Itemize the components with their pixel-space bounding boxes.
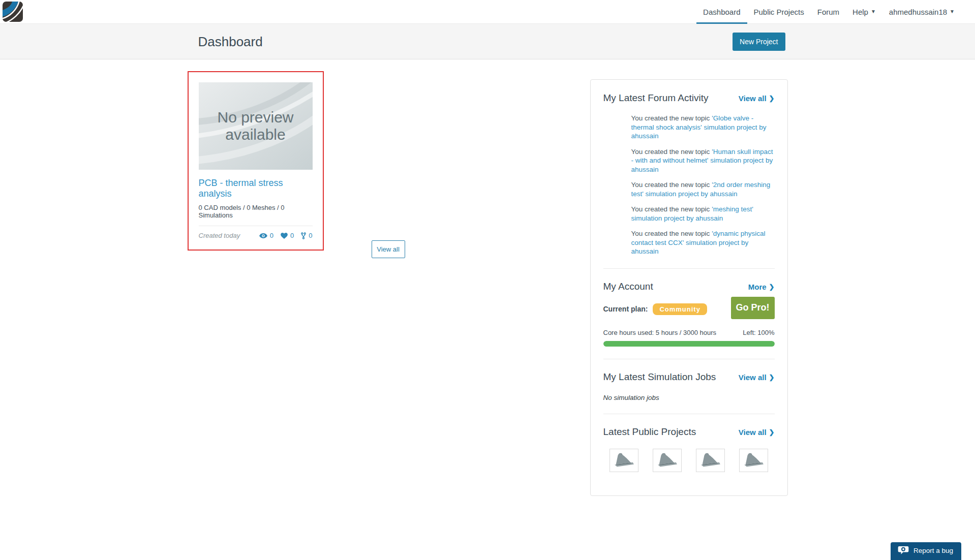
card-divider — [199, 226, 313, 226]
core-hours-progress-track — [603, 341, 775, 347]
no-simulation-jobs-note: No simulation jobs — [603, 394, 775, 401]
likes-heart-icon — [281, 233, 288, 239]
forum-activity-list: You created the new topic 'Globe valve -… — [631, 114, 775, 256]
forum-activity-item: You created the new topic 'Globe valve -… — [631, 114, 775, 141]
caret-down-icon: ▼ — [871, 9, 876, 14]
view-all-projects-button[interactable]: View all — [372, 240, 405, 258]
created-date: Created today — [199, 232, 240, 239]
views-eye-icon — [259, 233, 267, 238]
view-all-label: View all — [739, 373, 767, 382]
core-hours-row: Core hours used: 5 hours / 3000 hours Le… — [603, 329, 775, 336]
forks-count: 0 — [309, 232, 312, 239]
core-hours-left-label: Left: 100% — [743, 329, 774, 336]
forum-activity-item: You created the new topic 'dynamic physi… — [631, 229, 775, 256]
cad-model-icon — [700, 452, 721, 469]
public-project-thumbnail[interactable] — [696, 449, 725, 472]
forum-item-prefix: You created the new topic — [631, 205, 712, 213]
forum-item-prefix: You created the new topic — [631, 148, 712, 155]
nav-help-label: Help — [852, 8, 868, 16]
public-project-thumbnail[interactable] — [610, 449, 638, 472]
public-project-thumbnail[interactable] — [653, 449, 682, 472]
simulation-jobs-section: My Latest Simulation Jobs View all❯ No s… — [603, 371, 775, 401]
forum-activity-item: You created the new topic 'Human skull i… — [631, 147, 775, 174]
cad-model-icon — [657, 452, 678, 469]
forum-activity-section: My Latest Forum Activity View all❯ You c… — [603, 92, 775, 256]
nav-help[interactable]: Help▼ — [846, 0, 882, 24]
cad-model-icon — [743, 452, 765, 469]
core-hours-progress-fill — [603, 341, 775, 347]
view-all-label: View all — [739, 428, 767, 437]
chevron-right-icon: ❯ — [769, 374, 775, 381]
project-title-link[interactable]: PCB - thermal stress analysis — [199, 178, 313, 199]
nav-public-projects[interactable]: Public Projects — [747, 0, 811, 24]
caret-down-icon: ▼ — [950, 9, 955, 14]
forum-activity-title: My Latest Forum Activity — [603, 92, 709, 104]
forum-activity-view-all-link[interactable]: View all❯ — [739, 94, 775, 103]
chevron-right-icon: ❯ — [769, 95, 775, 102]
report-a-bug-label: Report a bug — [913, 547, 953, 554]
public-projects-section: Latest Public Projects View all❯ — [603, 426, 775, 472]
panel-divider — [603, 359, 775, 359]
project-metrics: 0 0 0 — [259, 232, 313, 239]
likes-count: 0 — [290, 232, 294, 239]
my-account-title: My Account — [603, 281, 653, 292]
public-project-thumbnails — [603, 449, 775, 472]
simscale-logo-icon[interactable] — [3, 2, 23, 22]
more-label: More — [748, 283, 767, 291]
top-bar: Dashboard Public Projects Forum Help▼ ah… — [0, 0, 975, 24]
simulation-jobs-title: My Latest Simulation Jobs — [603, 371, 716, 383]
forum-activity-item: You created the new topic '2nd order mes… — [631, 180, 775, 198]
plan-badge: Community — [653, 303, 707, 315]
forum-activity-item: You created the new topic 'meshing test'… — [631, 205, 775, 223]
dashboard-side-panel: My Latest Forum Activity View all❯ You c… — [590, 79, 788, 496]
public-projects-title: Latest Public Projects — [603, 426, 696, 438]
nav-dashboard[interactable]: Dashboard — [696, 0, 747, 24]
view-all-label: View all — [739, 94, 767, 103]
bug-camera-icon — [898, 546, 909, 555]
project-card-footer: Created today 0 0 0 — [199, 232, 313, 239]
account-more-link[interactable]: More❯ — [748, 283, 775, 291]
report-a-bug-button[interactable]: Report a bug — [891, 542, 961, 560]
forum-item-prefix: You created the new topic — [631, 114, 712, 122]
views-count: 0 — [270, 232, 273, 239]
forks-icon — [301, 232, 306, 239]
project-card[interactable]: No preview available PCB - thermal stres… — [188, 71, 324, 251]
no-preview-text: No preview available — [199, 82, 313, 170]
page-header: Dashboard New Project — [0, 24, 975, 59]
simulation-jobs-view-all-link[interactable]: View all❯ — [739, 373, 775, 382]
panel-divider — [603, 268, 775, 269]
forum-item-prefix: You created the new topic — [631, 230, 712, 237]
new-project-button[interactable]: New Project — [733, 33, 785, 51]
chevron-right-icon: ❯ — [769, 283, 775, 291]
chevron-right-icon: ❯ — [769, 428, 775, 436]
my-account-section: My Account More❯ Current plan: Community… — [603, 281, 775, 347]
nav-forum[interactable]: Forum — [811, 0, 846, 24]
nav-user-menu[interactable]: ahmedhussain18▼ — [882, 0, 961, 24]
go-pro-button[interactable]: Go Pro! — [731, 297, 775, 319]
cad-model-icon — [614, 452, 635, 469]
main-content: No preview available PCB - thermal stres… — [0, 59, 975, 560]
username-label: ahmedhussain18 — [889, 8, 947, 16]
core-hours-used-label: Core hours used: 5 hours / 3000 hours — [603, 329, 717, 336]
project-preview-placeholder: No preview available — [199, 82, 313, 170]
panel-divider — [603, 414, 775, 414]
project-stats: 0 CAD models / 0 Meshes / 0 Simulations — [199, 204, 313, 219]
public-projects-view-all-link[interactable]: View all❯ — [739, 428, 775, 437]
forum-item-prefix: You created the new topic — [631, 181, 712, 189]
current-plan-label: Current plan: — [603, 305, 648, 313]
top-nav: Dashboard Public Projects Forum Help▼ ah… — [696, 0, 961, 24]
page-title: Dashboard — [188, 34, 263, 50]
public-project-thumbnail[interactable] — [739, 449, 768, 472]
